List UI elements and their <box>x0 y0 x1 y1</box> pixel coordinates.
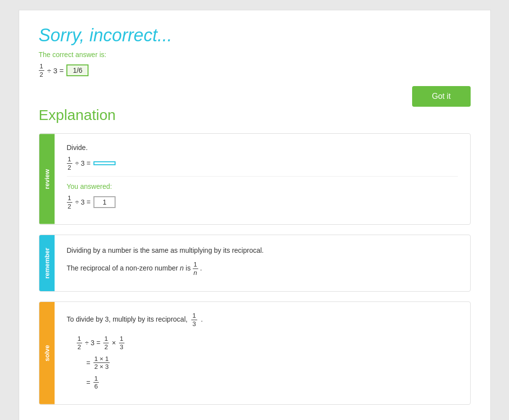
solve-step2: = 1 × 1 2 × 3 <box>87 355 458 371</box>
solve-step1: 1 2 ÷ 3 = 1 2 × 1 3 <box>77 335 458 351</box>
remember-text2: The reciprocal of a non-zero number n is… <box>67 261 458 276</box>
solve-content: To divide by 3, multiply by its reciproc… <box>55 302 470 404</box>
user-answer-box: 1 <box>93 196 116 208</box>
solve-card: solve To divide by 3, multiply by its re… <box>39 301 471 405</box>
remember-tab: remember <box>39 235 55 292</box>
review-card: review Divide. 1 2 ÷ 3 = You answered: 1… <box>39 133 471 224</box>
divider <box>67 176 458 177</box>
correct-answer-label: The correct answer is: <box>39 51 471 59</box>
review-tab: review <box>39 134 55 224</box>
page-title: Sorry, incorrect... <box>39 25 471 46</box>
remember-content: Dividing by a number is the same as mult… <box>55 235 470 292</box>
main-container: Sorry, incorrect... The correct answer i… <box>19 10 491 420</box>
review-content: Divide. 1 2 ÷ 3 = You answered: 1 2 ÷ 3 … <box>55 134 470 224</box>
got-it-button[interactable]: Got it <box>412 86 470 107</box>
variable-n: n <box>180 264 184 272</box>
review-equation: 1 2 ÷ 3 = <box>67 155 458 171</box>
remember-card: remember Dividing by a number is the sam… <box>39 235 471 292</box>
you-answered-label: You answered: <box>67 182 458 190</box>
review-instruction: Divide. <box>67 144 458 151</box>
solve-step3: = 1 6 <box>87 375 458 390</box>
frac-half-review: 1 2 <box>67 155 72 171</box>
user-equation: 1 2 ÷ 3 = 1 <box>67 194 458 210</box>
frac-one-three-intro: 1 3 <box>191 312 197 328</box>
review-answer-box <box>93 161 116 165</box>
frac-half-user: 1 2 <box>67 194 72 210</box>
frac-one-n: 1 n <box>193 261 198 276</box>
correct-equation: 1 2 ÷ 3 = 1/6 <box>39 62 471 78</box>
remember-text1: Dividing by a number is the same as mult… <box>67 245 458 256</box>
correct-answer-box: 1/6 <box>66 64 89 76</box>
fraction-half: 1 2 <box>39 62 44 78</box>
solve-text: To divide by 3, multiply by its reciproc… <box>67 312 458 328</box>
explanation-title: Explanation <box>39 107 471 123</box>
solve-tab: solve <box>39 302 55 404</box>
